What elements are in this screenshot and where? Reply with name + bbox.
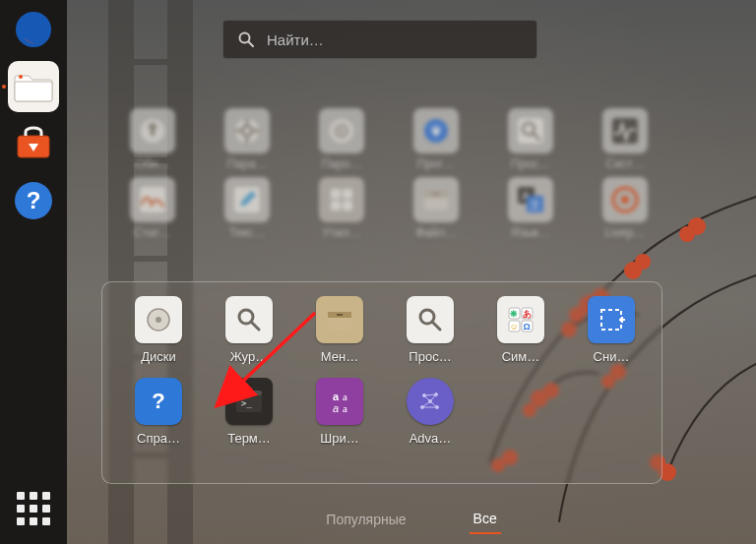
svg-rect-18 bbox=[15, 82, 52, 101]
dock: ? bbox=[0, 0, 67, 544]
dock-files[interactable] bbox=[8, 61, 59, 112]
app-disks[interactable]: Диски bbox=[116, 296, 201, 364]
disks-icon bbox=[143, 304, 174, 335]
screenshot-icon bbox=[596, 304, 627, 335]
svg-text:a: a bbox=[343, 402, 347, 414]
category-tabs: Популярные Все bbox=[67, 503, 756, 536]
app-label: Стат… bbox=[134, 226, 171, 240]
bg-app-software[interactable]: Прог… bbox=[392, 108, 480, 171]
bg-app-livepatch[interactable]: Livep… bbox=[581, 177, 669, 240]
svg-point-55 bbox=[621, 196, 629, 204]
folder-icon bbox=[14, 70, 53, 103]
bg-app-updates[interactable]: Обн… bbox=[108, 108, 197, 171]
svg-point-57 bbox=[156, 317, 161, 323]
character-map-icon: ❋あ☺Ω bbox=[505, 304, 536, 335]
app-advanced-network[interactable]: Adva… bbox=[388, 378, 472, 446]
software-center-icon bbox=[12, 122, 55, 165]
dock-help[interactable]: ? bbox=[8, 175, 59, 226]
app-label: Шри… bbox=[320, 431, 358, 446]
bg-app-settings[interactable]: Пара… bbox=[203, 108, 291, 171]
app-label: Диски bbox=[141, 349, 176, 364]
folder-grid-icon bbox=[327, 185, 356, 214]
svg-text:❋: ❋ bbox=[510, 309, 518, 319]
svg-rect-62 bbox=[337, 314, 343, 316]
app-screenshot[interactable]: Сни… bbox=[569, 296, 654, 364]
svg-point-17 bbox=[16, 12, 51, 47]
app-label: Текс… bbox=[229, 226, 266, 240]
magnifier-icon bbox=[414, 304, 446, 335]
tab-popular[interactable]: Популярные bbox=[322, 506, 410, 533]
dock-software[interactable] bbox=[8, 118, 59, 169]
app-archive-manager[interactable]: Мен… bbox=[297, 296, 382, 364]
search-bar[interactable] bbox=[222, 20, 537, 59]
svg-rect-49 bbox=[432, 193, 440, 195]
app-label: Livep… bbox=[605, 226, 646, 240]
bg-app-files[interactable]: Файл… bbox=[392, 177, 480, 240]
svg-text:a: a bbox=[343, 391, 347, 402]
app-label: Прос… bbox=[409, 349, 451, 364]
tab-all[interactable]: Все bbox=[470, 505, 501, 534]
svg-point-19 bbox=[19, 75, 23, 79]
bg-app-passwords[interactable]: Паро… bbox=[297, 108, 386, 171]
app-label: Пара… bbox=[227, 157, 268, 171]
magnifier-icon bbox=[233, 304, 265, 335]
svg-line-64 bbox=[432, 322, 440, 330]
app-label: Мен… bbox=[321, 349, 358, 364]
svg-text:>_: >_ bbox=[241, 398, 252, 408]
firefox-icon bbox=[12, 8, 55, 51]
app-help[interactable]: ? Спра… bbox=[116, 378, 201, 446]
archive-icon bbox=[324, 304, 355, 335]
svg-rect-43 bbox=[331, 189, 341, 199]
app-folder-panel: Диски Жур… Мен… Прос… ❋あ☺Ω Сим… Сни… ? С… bbox=[101, 281, 662, 484]
svg-point-35 bbox=[340, 129, 344, 133]
app-label: Сист… bbox=[606, 157, 645, 171]
svg-text:Ω: Ω bbox=[523, 322, 530, 332]
svg-text:文: 文 bbox=[530, 199, 540, 211]
help-icon: ? bbox=[12, 179, 55, 222]
app-logs[interactable]: Жур… bbox=[207, 296, 291, 364]
app-image-viewer[interactable]: Прос… bbox=[388, 296, 472, 364]
search-input[interactable] bbox=[267, 31, 523, 48]
svg-line-25 bbox=[249, 42, 254, 47]
app-grid-blurred: Обн… Пара… Паро… Прог… Прос… Сист… Стат…… bbox=[108, 108, 726, 240]
dock-firefox[interactable] bbox=[8, 4, 59, 55]
help-icon: ? bbox=[143, 386, 174, 417]
svg-rect-73 bbox=[601, 310, 621, 330]
svg-text:あ: あ bbox=[523, 309, 532, 319]
terminal-icon: >_ bbox=[233, 386, 265, 417]
bg-app-language[interactable]: A文 Язык… bbox=[486, 177, 575, 240]
app-terminal[interactable]: >_ Терм… bbox=[207, 378, 291, 446]
dock-show-apps[interactable] bbox=[8, 483, 59, 534]
network-icon bbox=[414, 386, 446, 417]
app-label: Спра… bbox=[137, 431, 180, 446]
language-icon: A文 bbox=[516, 185, 545, 214]
bg-app-viewer[interactable]: Прос… bbox=[486, 108, 575, 171]
bg-app-text-editor[interactable]: Текс… bbox=[203, 177, 291, 240]
app-characters[interactable]: ❋あ☺Ω Сим… bbox=[478, 296, 563, 364]
app-fonts[interactable]: aaaa Шри… bbox=[297, 378, 382, 446]
svg-text:?: ? bbox=[152, 389, 164, 413]
app-label: Adva… bbox=[410, 431, 452, 446]
battery-stats-icon bbox=[138, 185, 167, 214]
app-label: Утил… bbox=[323, 226, 361, 240]
livepatch-icon bbox=[611, 186, 639, 213]
fonts-icon: aaaa bbox=[324, 386, 355, 417]
search-icon bbox=[237, 30, 255, 48]
bg-app-utilities-folder[interactable]: Утил… bbox=[297, 177, 386, 240]
app-label: Жур… bbox=[230, 349, 268, 364]
magnifier-icon bbox=[516, 116, 545, 146]
bg-app-sysmon[interactable]: Сист… bbox=[581, 108, 669, 171]
bg-app-power-stats[interactable]: Стат… bbox=[108, 177, 197, 240]
svg-text:☺: ☺ bbox=[509, 322, 518, 332]
app-label: Файл… bbox=[415, 226, 457, 240]
app-label: Паро… bbox=[322, 157, 362, 171]
svg-text:a: a bbox=[333, 391, 340, 402]
svg-rect-45 bbox=[331, 201, 341, 211]
app-label: Обн… bbox=[136, 157, 170, 171]
svg-rect-44 bbox=[343, 189, 352, 199]
app-label: Прог… bbox=[417, 157, 455, 171]
lock-icon bbox=[328, 117, 355, 145]
updates-icon bbox=[139, 117, 166, 145]
pencil-icon bbox=[232, 185, 262, 214]
app-label: Сни… bbox=[594, 349, 630, 364]
